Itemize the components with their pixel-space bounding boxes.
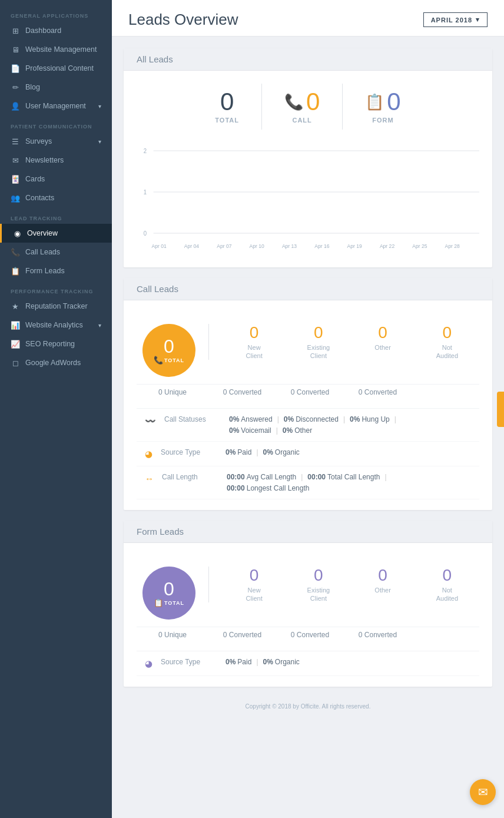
form-total-circle: 0 📋 TOTAL	[142, 567, 195, 620]
form-leads-inner: 0 📋 TOTAL 0 NewClient 0 Exis	[137, 556, 479, 624]
form-paid-text: Paid	[237, 658, 251, 666]
sidebar-item-label-newsletters: Newsletters	[25, 156, 64, 164]
hungup-text: Hung Up	[362, 415, 389, 423]
sidebar-item-cards[interactable]: 🃏Cards	[0, 170, 112, 188]
call-length-values: 00:00Avg Call Length | 00:00Total Call L…	[227, 473, 471, 481]
paid-text: Paid	[237, 448, 251, 456]
sidebar-item-blog[interactable]: ✏Blog	[0, 78, 112, 97]
form-value: 0	[387, 90, 400, 114]
cards-icon: 🃏	[11, 174, 20, 184]
professional-content-icon: 📄	[11, 64, 20, 73]
seo-reporting-icon: 📈	[11, 339, 20, 349]
form-unique: 0 Unique	[137, 631, 208, 639]
website-management-icon: 🖥	[11, 45, 20, 54]
sidebar-item-seo-reporting[interactable]: 📈SEO Reporting	[0, 335, 112, 353]
phone-icon: 📞	[284, 93, 303, 111]
form-other-label: Other	[374, 586, 391, 594]
form-detail-rows: ◕ Source Type 0%Paid | 0%Organic	[137, 651, 479, 676]
sep-f1: |	[256, 658, 258, 666]
form-other: 0 Other	[351, 567, 415, 602]
chart-svg: 2 1 0 Apr 01 Apr 04 Apr 07 Apr 10 Apr 13…	[137, 139, 479, 257]
call-existing-client-label: ExistingClient	[307, 343, 330, 360]
sidebar-item-google-adwords[interactable]: ◻Google AdWords	[0, 353, 112, 372]
sidebar-item-label-contacts: Contacts	[25, 194, 54, 202]
form-leads-header: Form Leads	[124, 521, 492, 543]
sidebar-item-reputation-tracker[interactable]: ★Reputation Tracker	[0, 297, 112, 316]
sidebar-item-label-website-management: Website Management	[25, 45, 97, 54]
call-not-audited: 0 NotAudited	[415, 324, 479, 360]
call-other: 0 Other	[351, 324, 415, 360]
chevron-icon-surveys: ▾	[98, 138, 101, 145]
sep1: |	[277, 415, 279, 423]
form-circle-label: TOTAL	[164, 600, 184, 606]
sidebar-item-label-form-leads: Form Leads	[25, 267, 65, 275]
longest-call-val: 00:00	[227, 484, 245, 492]
sidebar-item-label-reputation-tracker: Reputation Tracker	[25, 302, 88, 310]
call-not-audited-value: 0	[443, 324, 452, 342]
page-title: Leads Overview	[128, 11, 238, 29]
paid-pct: 0%	[226, 448, 236, 456]
form-existing-client: 0 ExistingClient	[286, 567, 350, 602]
call-value: 0	[306, 90, 320, 114]
main-content: Leads Overview APRIL 2018 ▾ All Leads 0 …	[112, 0, 504, 818]
sep4: |	[276, 426, 278, 435]
call-length-row: ↔ Call Length 00:00Avg Call Length | 00:…	[137, 466, 479, 499]
sidebar-item-surveys[interactable]: ☰Surveys▾	[0, 132, 112, 151]
footer: Copyright © 2018 by Officite. All rights…	[124, 697, 492, 713]
sep5: |	[256, 448, 258, 456]
voicemail-pct: 0%	[229, 426, 239, 435]
form-other-value: 0	[378, 567, 387, 585]
reputation-tracker-icon: ★	[11, 302, 20, 311]
call-length-icon: ↔	[145, 473, 154, 483]
all-leads-body: 0 TOTAL 📞 0 CALL 📋	[124, 71, 492, 267]
sidebar: General Applications⊞Dashboard🖥Website M…	[0, 0, 112, 818]
sep6: |	[301, 473, 303, 481]
svg-text:Apr 28: Apr 28	[445, 243, 460, 249]
sidebar-item-user-management[interactable]: 👤User Management▾	[0, 97, 112, 115]
form-source-type-label: Source Type	[161, 658, 220, 666]
call-existing-converted: 0 Converted	[276, 388, 344, 396]
sidebar-item-overview[interactable]: ◉Overview	[0, 224, 112, 243]
form-not-audited-value: 0	[443, 567, 452, 585]
date-filter-button[interactable]: APRIL 2018 ▾	[423, 12, 488, 27]
form-not-audited: 0 NotAudited	[415, 567, 479, 602]
main-header: Leads Overview APRIL 2018 ▾	[112, 0, 504, 37]
call-statuses-row: 〰️ Call Statuses 0%Answered | 0%Disconne…	[137, 409, 479, 442]
form-existing-client-label: ExistingClient	[307, 586, 330, 603]
surveys-icon: ☰	[11, 137, 20, 146]
sidebar-item-website-management[interactable]: 🖥Website Management	[0, 40, 112, 59]
sidebar-item-professional-content[interactable]: 📄Professional Content	[0, 59, 112, 78]
longest-call-text: Longest Call Length	[247, 484, 310, 492]
total-value: 0	[220, 90, 234, 114]
sep7: |	[384, 473, 386, 481]
stat-call: 📞 0 CALL	[262, 84, 343, 130]
svg-text:Apr 04: Apr 04	[184, 243, 199, 249]
call-length-values-2: 00:00Longest Call Length	[227, 484, 471, 492]
call-length-label: Call Length	[162, 473, 221, 481]
form-leads-card: Form Leads 0 📋 TOTAL 0 NewClient	[124, 521, 492, 687]
call-existing-client-value: 0	[314, 324, 323, 342]
call-existing-client: 0 ExistingClient	[286, 324, 350, 360]
sidebar-item-label-google-adwords: Google AdWords	[25, 359, 81, 367]
call-circle-label: TOTAL	[164, 357, 184, 363]
svg-text:1: 1	[144, 189, 147, 196]
sidebar-item-call-leads[interactable]: 📞Call Leads	[0, 243, 112, 261]
svg-text:Apr 01: Apr 01	[152, 243, 167, 249]
contacts-icon: 👥	[11, 193, 20, 203]
chat-bubble-button[interactable]: ✉	[470, 779, 496, 805]
form-icon: 📋	[365, 93, 384, 111]
sidebar-item-contacts[interactable]: 👥Contacts	[0, 188, 112, 207]
sidebar-item-website-analytics[interactable]: 📊Website Analytics▾	[0, 316, 112, 335]
all-leads-card: All Leads 0 TOTAL 📞 0 CALL	[124, 48, 492, 267]
sidebar-item-label-surveys: Surveys	[25, 137, 52, 145]
call-leads-body: 0 📞 TOTAL 0 NewClient 0 Exis	[124, 300, 492, 510]
voicemail-text: Voicemail	[241, 426, 271, 435]
form-new-converted: 0 Converted	[208, 631, 276, 639]
sidebar-item-newsletters[interactable]: ✉Newsletters	[0, 151, 112, 170]
sidebar-item-form-leads[interactable]: 📋Form Leads	[0, 261, 112, 280]
sidebar-item-dashboard[interactable]: ⊞Dashboard	[0, 21, 112, 40]
sep3: |	[394, 415, 396, 423]
form-source-type-row: ◕ Source Type 0%Paid | 0%Organic	[137, 651, 479, 676]
google-adwords-icon: ◻	[11, 358, 20, 367]
form-not-audited-label: NotAudited	[436, 586, 458, 603]
